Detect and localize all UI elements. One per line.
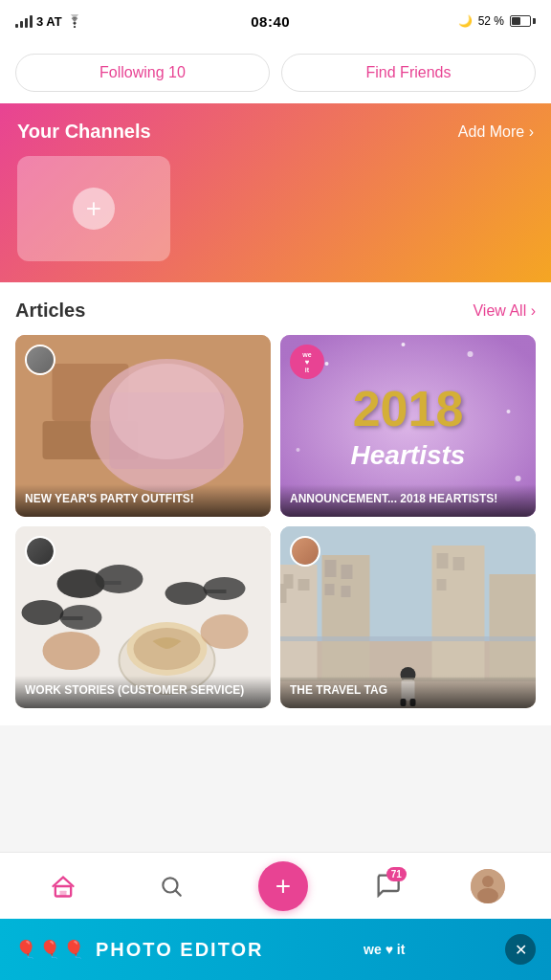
svg-point-11 [507,410,511,413]
notification-nav-button[interactable]: 71 [374,871,401,902]
svg-rect-38 [280,584,287,603]
article-card-heartists[interactable]: 2018 Heartists we ♥ it ANNOUNCEMENT... 2… [280,335,536,517]
article-label-travel: THE TRAVEL TAG [290,683,526,699]
svg-rect-42 [325,584,335,595]
svg-text:Heartists: Heartists [351,440,466,470]
ad-banner[interactable]: 🎈 🎈 🎈 PHOTO EDITOR we ♥ it ✕ [0,919,551,980]
we-it-label: it [305,367,309,373]
add-more-button[interactable]: Add More › [458,123,534,141]
add-post-button[interactable]: + [258,861,308,911]
article-overlay-heartists: ANNOUNCEMENT... 2018 HEARTISTS! [280,484,536,517]
add-channel-icon: + [73,188,115,230]
svg-point-19 [96,565,143,593]
ad-logo-text: we ♥ it [364,942,405,957]
article-avatar-travel [290,536,320,567]
svg-rect-41 [342,565,353,579]
article-overlay-travel: THE TRAVEL TAG [280,676,536,708]
article-avatar-coffee [25,536,55,567]
articles-grid: NEW YEAR'S PARTY OUTFITS! [15,335,536,708]
balloon-icon-3: 🎈 [63,939,84,960]
profile-nav-button[interactable] [467,865,509,907]
battery-icon [510,15,536,27]
search-icon [159,874,184,899]
svg-rect-48 [490,574,537,679]
add-icon: + [276,873,291,900]
balloon-icon-1: 🎈 [15,939,36,960]
svg-rect-29 [206,590,227,593]
svg-point-28 [204,577,246,600]
ad-balloons: 🎈 🎈 🎈 [15,939,84,960]
svg-point-26 [201,614,249,649]
ad-logo: we ♥ it [364,942,405,957]
svg-point-61 [477,888,498,903]
svg-point-10 [468,351,474,357]
svg-point-60 [482,876,494,887]
view-all-button[interactable]: View All › [473,302,536,320]
svg-point-0 [74,26,76,28]
article-avatar-party [25,345,55,375]
status-right: 🌙 52 % [458,14,536,28]
svg-rect-40 [325,560,337,577]
channels-section: Your Channels Add More › + [0,103,551,282]
channels-title: Your Channels [17,121,151,143]
svg-point-25 [43,632,100,670]
home-nav-button[interactable] [42,865,84,907]
articles-header: Articles View All › [15,300,536,322]
channels-header: Your Channels Add More › [17,121,534,143]
svg-point-27 [165,582,208,605]
svg-rect-49 [280,636,536,641]
svg-rect-47 [437,579,447,590]
svg-rect-46 [453,557,465,570]
svg-point-6 [110,364,225,459]
following-button[interactable]: Following 10 [15,54,270,92]
find-friends-button[interactable]: Find Friends [281,54,536,92]
svg-point-12 [297,448,300,452]
article-overlay-party: NEW YEAR'S PARTY OUTFITS! [15,484,271,517]
svg-rect-20 [104,581,121,585]
search-nav-button[interactable] [150,865,192,907]
add-channel-card[interactable]: + [17,156,170,261]
status-bar: 3 AT 08:40 🌙 52 % [0,0,551,42]
heart-icon: ♥ [305,358,310,367]
article-card-travel[interactable]: THE TRAVEL TAG [280,526,536,708]
nav-buttons: Following 10 Find Friends [0,42,551,103]
moon-icon: 🌙 [458,14,473,28]
article-overlay-coffee: WORK STORIES (CUSTOMER SERVICE) [15,676,271,708]
svg-point-9 [325,362,329,366]
article-card-coffee[interactable]: WORK STORIES (CUSTOMER SERVICE) [15,526,271,708]
svg-rect-45 [437,553,449,568]
svg-rect-32 [62,616,83,620]
svg-rect-43 [342,586,351,597]
svg-rect-56 [60,890,67,896]
article-label-coffee: WORK STORIES (CUSTOMER SERVICE) [25,683,261,699]
status-time: 08:40 [251,13,290,30]
balloon-icon-2: 🎈 [39,939,60,960]
wifi-icon [66,14,83,28]
signal-bars-icon [15,14,33,28]
we-heart-label: we [302,351,311,358]
svg-text:2018: 2018 [353,381,464,436]
article-label-party: NEW YEAR'S PARTY OUTFITS! [25,492,261,507]
svg-point-14 [402,343,406,346]
article-card-party[interactable]: NEW YEAR'S PARTY OUTFITS! [15,335,271,517]
carrier-label: 3 AT [36,14,62,29]
svg-point-30 [22,600,64,625]
profile-avatar-image [471,869,505,903]
article-label-heartists: ANNOUNCEMENT... 2018 HEARTISTS! [290,492,526,507]
status-left: 3 AT [15,14,83,29]
we-heart-badge: we ♥ it [290,345,324,379]
svg-line-58 [176,890,181,895]
home-icon [50,873,77,900]
articles-section: Articles View All › NEW YEAR'S PAR [0,282,551,725]
bottom-nav: + 71 [0,852,551,919]
notification-badge: 71 [386,867,407,881]
ad-close-button[interactable]: ✕ [505,934,536,965]
articles-title: Articles [15,300,85,322]
profile-avatar [471,869,505,903]
ad-content: 🎈 🎈 🎈 PHOTO EDITOR [15,939,264,961]
battery-percent: 52 % [478,14,504,28]
svg-point-13 [516,476,521,481]
ad-title: PHOTO EDITOR [96,939,264,961]
svg-rect-37 [298,579,310,590]
